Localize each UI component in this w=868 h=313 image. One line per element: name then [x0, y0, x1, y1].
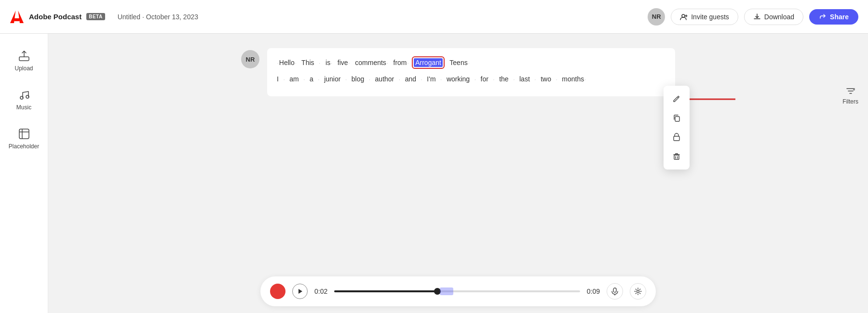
- context-menu-save[interactable]: [667, 128, 686, 146]
- transcript-line-2: I · am · a · junior · blog · author · an…: [277, 72, 665, 86]
- word-hello: Hello: [279, 59, 295, 66]
- content-area: NR ·Hello· This · is· five· comments· fr…: [48, 34, 868, 313]
- word-comments: comments: [355, 59, 386, 66]
- header-right: NR Invite guests Download Share: [648, 8, 858, 26]
- filters-label: Filters: [842, 98, 858, 105]
- word-the: the: [499, 75, 508, 83]
- transcript-area: NR ·Hello· This · is· five· comments· fr…: [48, 34, 868, 270]
- share-button[interactable]: Share: [809, 9, 858, 25]
- svg-rect-5: [675, 117, 679, 121]
- record-button[interactable]: [270, 284, 285, 299]
- svg-rect-4: [19, 129, 29, 139]
- word-im: I'm: [427, 75, 435, 83]
- transcript-block: NR ·Hello· This · is· five· comments· fr…: [241, 48, 675, 96]
- player-container: 0:02 0:09: [260, 276, 656, 306]
- context-menu-copy[interactable]: [667, 109, 686, 127]
- copy-icon: [672, 114, 681, 122]
- word-is: is: [326, 59, 330, 66]
- play-button[interactable]: [292, 284, 308, 299]
- download-icon: [753, 13, 761, 21]
- svg-point-0: [682, 14, 685, 17]
- progress-fill: [334, 290, 437, 292]
- user-avatar-button[interactable]: NR: [648, 8, 665, 26]
- word-i: I: [277, 75, 279, 83]
- word-a: a: [310, 75, 313, 83]
- progress-selection: [440, 287, 453, 295]
- word-teens: Teens: [449, 59, 467, 66]
- word-and: and: [405, 75, 416, 83]
- adobe-logo-icon: [10, 10, 24, 24]
- app-name: Adobe Podcast: [29, 13, 81, 21]
- word-junior: junior: [324, 75, 340, 83]
- header-left: Adobe Podcast BETA Untitled · October 13…: [10, 10, 648, 24]
- play-icon: [297, 288, 303, 294]
- settings-button[interactable]: [630, 283, 646, 300]
- total-time: 0:09: [587, 287, 600, 295]
- settings-icon: [634, 287, 642, 296]
- placeholder-icon: [17, 127, 31, 141]
- svg-point-13: [637, 290, 639, 293]
- music-icon: [17, 88, 31, 102]
- svg-rect-7: [674, 155, 679, 159]
- header: Adobe Podcast BETA Untitled · October 13…: [0, 0, 868, 34]
- svg-rect-6: [674, 136, 679, 141]
- current-time: 0:02: [314, 287, 327, 295]
- sidebar: Upload Music Placeholder: [0, 34, 48, 313]
- svg-rect-1: [19, 57, 29, 61]
- pencil-icon: [672, 94, 681, 103]
- svg-point-10: [853, 89, 855, 91]
- upload-icon: [17, 49, 31, 63]
- word-for: for: [481, 75, 488, 83]
- download-button[interactable]: Download: [744, 9, 803, 25]
- word-am: am: [289, 75, 298, 83]
- context-menu-delete[interactable]: [667, 147, 686, 166]
- trash-icon: [672, 152, 681, 161]
- filters-button[interactable]: Filters: [842, 86, 858, 105]
- beta-badge: BETA: [86, 13, 105, 20]
- svg-rect-12: [613, 288, 616, 292]
- player-bar: 0:02 0:09: [48, 270, 868, 313]
- sidebar-item-music[interactable]: Music: [5, 82, 43, 117]
- svg-marker-11: [298, 289, 302, 294]
- sidebar-item-placeholder[interactable]: Placeholder: [5, 121, 43, 156]
- filters-icon: [845, 86, 856, 96]
- word-last: last: [519, 75, 530, 83]
- main-layout: Upload Music Placeholder NR: [0, 34, 868, 313]
- invite-guests-button[interactable]: Invite guests: [671, 9, 738, 25]
- word-arrogant[interactable]: Arrogant: [414, 58, 443, 67]
- word-from: from: [393, 59, 407, 66]
- mic-icon: [610, 287, 619, 296]
- word-this: This: [301, 59, 314, 66]
- word-author: author: [375, 75, 394, 83]
- sidebar-upload-label: Upload: [14, 65, 33, 72]
- project-title: Untitled · October 13, 2023: [118, 13, 198, 21]
- transcript-text-container[interactable]: ·Hello· This · is· five· comments· from·…: [267, 48, 675, 96]
- context-menu: [664, 86, 690, 170]
- context-menu-edit[interactable]: [667, 90, 686, 108]
- word-two: two: [541, 75, 551, 83]
- invite-icon: [680, 13, 688, 21]
- transcript-line-1: ·Hello· This · is· five· comments· from·…: [277, 56, 665, 69]
- sidebar-item-upload[interactable]: Upload: [5, 43, 43, 78]
- sidebar-music-label: Music: [16, 104, 31, 111]
- sidebar-placeholder-label: Placeholder: [9, 143, 39, 150]
- word-months: months: [562, 75, 584, 83]
- mic-button[interactable]: [607, 283, 623, 300]
- speaker-avatar: NR: [241, 50, 259, 68]
- word-blog: blog: [352, 75, 364, 83]
- bag-icon: [672, 133, 681, 142]
- progress-bar[interactable]: [334, 290, 580, 292]
- word-five: five: [338, 59, 348, 66]
- share-icon: [819, 13, 827, 21]
- word-working: working: [447, 75, 470, 83]
